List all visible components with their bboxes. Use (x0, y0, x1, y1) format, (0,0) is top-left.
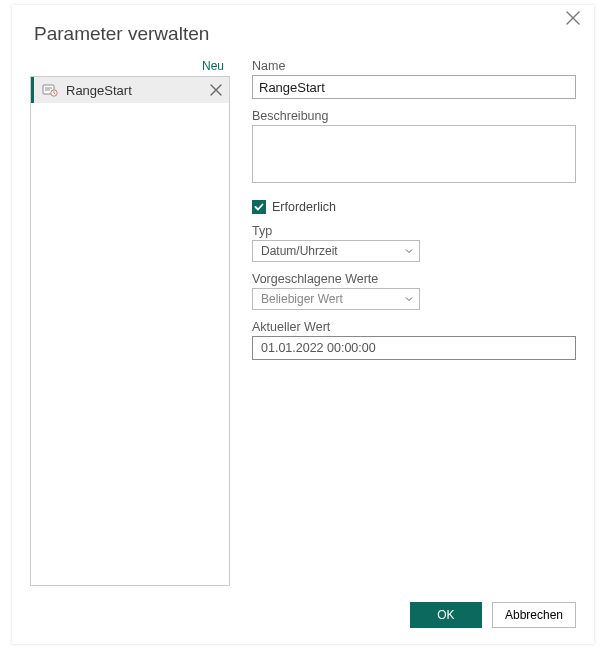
description-textarea[interactable] (252, 125, 576, 183)
type-select[interactable]: Datum/Uhrzeit (252, 240, 420, 262)
chevron-down-icon (405, 244, 413, 258)
spacer (252, 370, 576, 586)
current-value-label: Aktueller Wert (252, 320, 576, 334)
left-pane: Neu RangeStart (30, 59, 230, 586)
description-label: Beschreibung (252, 109, 576, 123)
type-select-value: Datum/Uhrzeit (261, 244, 338, 258)
name-input[interactable] (252, 75, 576, 99)
suggested-values-select[interactable]: Beliebiger Wert (252, 288, 420, 310)
suggested-values-field-group: Vorgeschlagene Werte Beliebiger Wert (252, 272, 576, 310)
parameter-icon (42, 82, 58, 98)
dialog-title: Parameter verwalten (34, 23, 576, 45)
name-field-group: Name (252, 59, 576, 99)
suggested-values-label: Vorgeschlagene Werte (252, 272, 576, 286)
close-icon[interactable] (566, 11, 584, 29)
manage-parameters-dialog: Parameter verwalten Neu RangeStart (12, 5, 594, 644)
dialog-footer: OK Abbrechen (30, 586, 576, 628)
current-value-input[interactable] (252, 336, 576, 360)
description-field-group: Beschreibung (252, 109, 576, 186)
dialog-body: Neu RangeStart (30, 59, 576, 586)
chevron-down-icon (405, 292, 413, 306)
ok-button[interactable]: OK (410, 602, 482, 628)
required-row: Erforderlich (252, 200, 576, 214)
parameter-item-label: RangeStart (66, 83, 209, 98)
right-pane: Name Beschreibung Erforderlich Typ Datum… (230, 59, 576, 586)
cancel-button[interactable]: Abbrechen (492, 602, 576, 628)
type-field-group: Typ Datum/Uhrzeit (252, 224, 576, 262)
required-checkbox[interactable] (252, 200, 266, 214)
parameter-list: RangeStart (30, 76, 230, 586)
suggested-values-value: Beliebiger Wert (261, 292, 343, 306)
new-parameter-link[interactable]: Neu (30, 59, 230, 76)
required-label: Erforderlich (272, 200, 336, 214)
parameter-list-item[interactable]: RangeStart (31, 77, 229, 103)
delete-parameter-icon[interactable] (209, 83, 223, 97)
type-label: Typ (252, 224, 576, 238)
current-value-field-group: Aktueller Wert (252, 320, 576, 360)
name-label: Name (252, 59, 576, 73)
